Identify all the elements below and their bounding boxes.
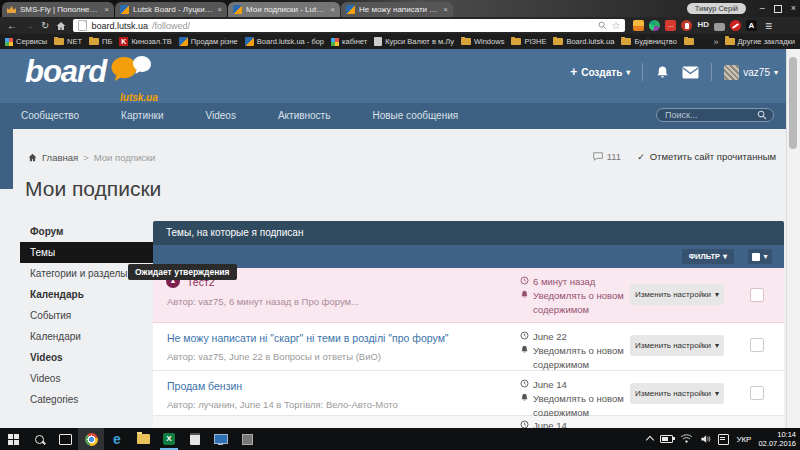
notifications-bell-icon[interactable] [655, 65, 670, 80]
change-settings-button[interactable]: Изменить настройки▾ [630, 335, 724, 356]
bookmark-board-lutsk[interactable]: Board.lutsk.ua - бор [245, 37, 324, 46]
minimize-button[interactable]: – [760, 4, 765, 13]
filter-button[interactable]: ФИЛЬТР ▾ [682, 249, 734, 264]
taskbar-calculator[interactable] [182, 428, 208, 450]
breadcrumb-home[interactable]: Главная [42, 152, 78, 163]
search-icon[interactable] [757, 110, 767, 120]
breadcrumb: Главная > Мои подписки [28, 152, 155, 163]
bookmark-other-bookmarks[interactable]: Другие закладки [725, 37, 795, 46]
sidebar-item-video-categories[interactable]: Categories [20, 389, 153, 410]
taskbar-app[interactable] [234, 428, 260, 450]
nav-item-new-messages[interactable]: Новые сообщения [351, 103, 479, 129]
nav-item-videos[interactable]: Videos [184, 103, 256, 129]
close-icon[interactable]: × [217, 6, 222, 14]
site-header: board lutsk.ua + Создать ▾ [0, 49, 800, 103]
close-window-button[interactable]: × [791, 4, 796, 13]
bookmark-pb[interactable]: ПБ [89, 37, 112, 46]
bookmarks-overflow-icon[interactable]: » [714, 37, 719, 47]
bookmark-folder-rizne[interactable]: РІЗНЕ [511, 37, 546, 46]
language-indicator[interactable]: УКР [736, 435, 751, 444]
adblock-extension-icon[interactable] [730, 20, 741, 31]
bookmark-folder-avto[interactable]: Авто [684, 37, 695, 46]
dots-extension-icon[interactable]: ... [665, 20, 676, 31]
close-icon[interactable]: × [104, 6, 109, 14]
taskbar-search-button[interactable] [26, 428, 52, 450]
printer-extension-icon[interactable] [714, 23, 725, 31]
network-icon[interactable] [680, 434, 693, 444]
hd-extension-icon[interactable]: HD [697, 20, 709, 31]
row-checkbox[interactable] [750, 386, 764, 400]
reload-icon[interactable]: ↻ [41, 21, 49, 31]
taskbar-edge[interactable]: e [104, 428, 130, 450]
bookmark-folder-windows[interactable]: Windows [461, 37, 504, 46]
user-menu[interactable]: vaz75 ▾ [724, 65, 778, 80]
speaker-icon[interactable] [700, 434, 711, 444]
clock[interactable]: 10:14 02.07.2016 [758, 430, 796, 449]
create-button[interactable]: + Создать ▾ [570, 65, 630, 79]
select-all-dropdown[interactable]: ▾ [748, 249, 772, 264]
topic-link[interactable]: Не можу написати ні "скарг" ні теми в ро… [167, 332, 449, 344]
bookmark-net[interactable]: NET [54, 37, 82, 46]
row-checkbox[interactable] [750, 288, 764, 302]
home-icon[interactable] [56, 21, 66, 31]
bookmark-prodam-rizne[interactable]: Продам різне [179, 37, 238, 46]
browser-menu-icon[interactable]: ≡ [765, 20, 772, 32]
topic-link[interactable]: Продам бензин [167, 380, 242, 392]
tab-smsfly[interactable]: SMS-Fly | Пополнение б × [2, 2, 114, 17]
taskbar-excel[interactable]: X [156, 428, 182, 450]
bookmark-kabinet[interactable]: кабінет [331, 37, 367, 46]
stop-hand-extension-icon[interactable] [681, 20, 692, 31]
site-search-box[interactable] [656, 108, 774, 122]
start-button[interactable] [0, 428, 26, 450]
zoom-icon[interactable] [598, 21, 607, 30]
battery-icon[interactable] [660, 435, 673, 443]
bookmark-folder-boardlutsk[interactable]: Board.lutsk.ua [553, 37, 614, 46]
search-input[interactable] [663, 109, 757, 121]
row-checkbox[interactable] [750, 338, 764, 352]
sidebar-item-videos[interactable]: Videos [20, 368, 153, 389]
messages-envelope-icon[interactable] [682, 66, 699, 79]
scrollbar[interactable] [786, 49, 800, 428]
topic-author: Автор: vaz75, 6 минут назад в Про форум.… [167, 296, 359, 307]
web-viewport: board lutsk.ua + Создать ▾ [0, 49, 800, 428]
avatar [724, 65, 739, 80]
change-settings-button[interactable]: Изменить настройки▾ [630, 284, 724, 305]
close-icon[interactable]: × [330, 6, 335, 14]
scrollbar-thumb[interactable] [789, 57, 797, 149]
chrome-icon [85, 433, 98, 446]
mark-site-read-button[interactable]: ✓ Отметить сайт прочитанным [637, 151, 776, 162]
action-center-icon[interactable] [718, 434, 729, 445]
site-logo[interactable]: board lutsk.ua [25, 54, 152, 90]
bookmark-star-icon[interactable]: ☆ [611, 21, 620, 31]
content-count[interactable]: 111 [593, 151, 621, 162]
tab-lutsk-board[interactable]: Lutsk Board - Луцкий фо × [115, 2, 227, 17]
bookmark-kinozal[interactable]: KКинозал.ТВ [119, 37, 171, 46]
nav-item-activity[interactable]: Активность [257, 103, 352, 129]
bookmark-folder-budivnytstvo[interactable]: Будівництво [621, 37, 676, 46]
nav-item-community[interactable]: Сообщество [0, 103, 100, 129]
taskbar-computer[interactable] [208, 428, 234, 450]
tab-ne-mozhu[interactable]: Не можу написати ні "ск × [341, 2, 453, 17]
sidebar-item-calendars[interactable]: Календари [20, 326, 153, 347]
url-field[interactable]: board.lutsk.ua /followed/ ☆ [73, 19, 625, 32]
taskbar-chrome[interactable] [78, 428, 104, 450]
change-settings-button[interactable]: Изменить настройки▾ [630, 383, 724, 404]
back-icon[interactable]: ← [7, 21, 17, 31]
weather-extension-icon[interactable] [633, 20, 644, 31]
tab-moi-podpiski-active[interactable]: Мои подписки - Lutsk B × [228, 2, 340, 17]
task-view-button[interactable] [52, 428, 78, 450]
tab-title: SMS-Fly | Пополнение б [20, 5, 100, 14]
bookmark-servisy[interactable]: Сервисы [5, 37, 47, 46]
donut-extension-icon[interactable] [649, 20, 660, 31]
taskbar-file-explorer[interactable] [130, 428, 156, 450]
close-icon[interactable]: × [443, 6, 448, 14]
sidebar-item-events[interactable]: События [20, 305, 153, 326]
tray-chevron-up-icon[interactable] [646, 436, 654, 444]
sidebar-item-topics[interactable]: Темы [20, 242, 153, 263]
nav-item-pictures[interactable]: Картинки [100, 103, 184, 129]
home-icon[interactable] [28, 153, 37, 162]
browser-profile-chip[interactable]: Тимур Серій [687, 3, 746, 14]
a-extension-icon[interactable]: A [746, 20, 757, 31]
bookmark-kursy-valyut[interactable]: Курси Валют в м.Лу [374, 37, 454, 46]
restore-button[interactable] [774, 5, 782, 13]
